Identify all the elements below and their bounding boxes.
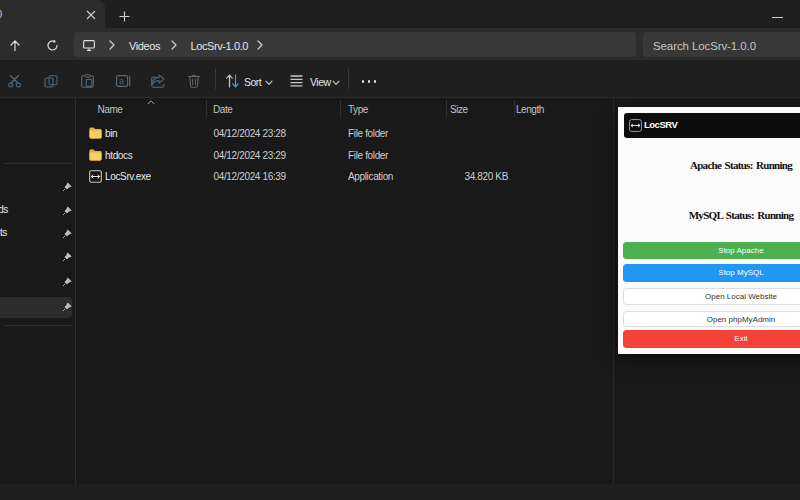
svg-text:a: a (119, 76, 124, 86)
